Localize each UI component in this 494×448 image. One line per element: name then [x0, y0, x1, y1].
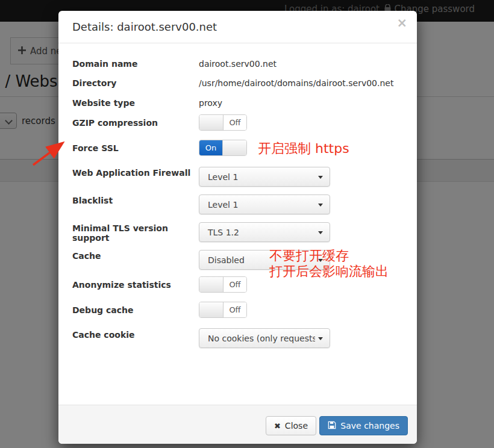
field-label-gzip: GZIP compression [72, 118, 198, 128]
toggle-knob [199, 277, 224, 292]
toggle-knob [199, 302, 224, 317]
debug-cache-toggle[interactable]: Off [199, 302, 247, 318]
field-label-debug-cache: Debug cache [72, 305, 198, 315]
save-changes-button[interactable]: Save changes [319, 416, 408, 435]
annotation-force-ssl: 开启强制 https [258, 141, 349, 157]
x-icon: ✖ [274, 422, 281, 431]
toggle-state-label: Off [224, 115, 246, 130]
gzip-toggle[interactable]: Off [199, 114, 247, 131]
screen: Logged in as: dairoot Change password Ad… [0, 0, 494, 448]
close-button[interactable]: ✖ Close [266, 416, 316, 435]
close-button-label: Close [285, 421, 308, 431]
red-arrow-annotation [24, 136, 71, 170]
annotation-cache-line1: 不要打开缓存 [269, 248, 389, 264]
toggle-knob [199, 115, 224, 130]
anonymize-toggle[interactable]: Off [199, 276, 247, 293]
caret-down-icon [318, 204, 323, 207]
toggle-knob [222, 140, 246, 155]
field-label-anonymize: Anonymize statistics [72, 280, 198, 290]
annotation-cache: 不要打开缓存 打开后会影响流输出 [269, 248, 389, 279]
field-label-website-type: Website type [72, 98, 198, 108]
toggle-state-label: On [199, 140, 222, 155]
field-value-directory: /usr/home/dairoot/domains/dairoot.serv00… [199, 78, 393, 88]
toggle-state-label: Off [224, 302, 246, 317]
caret-down-icon [318, 231, 323, 234]
waf-select-value: Level 1 [208, 172, 238, 182]
waf-select[interactable]: Level 1 [199, 167, 330, 187]
field-label-waf: Web Application Firewall [72, 168, 198, 178]
cache-cookie-select-value: No cookies (only requests w [208, 334, 315, 343]
caret-down-icon [318, 176, 323, 179]
modal-body: Domain name dairoot.serv00.net Directory… [58, 11, 417, 405]
cache-select-value: Disabled [208, 255, 245, 265]
field-label-blacklist: Blacklist [72, 196, 198, 205]
floppy-disk-icon [328, 421, 336, 431]
blacklist-select[interactable]: Level 1 [199, 194, 330, 214]
force-ssl-toggle[interactable]: On [199, 140, 247, 156]
toggle-state-label: Off [224, 277, 246, 292]
modal-footer: ✖ Close Save changes [58, 405, 417, 444]
field-label-cache: Cache [72, 251, 198, 261]
tls-select-value: TLS 1.2 [208, 228, 239, 237]
field-label-cache-cookie: Cache cookie [72, 330, 198, 340]
field-label-directory: Directory [72, 78, 198, 88]
details-modal: Details: dairoot.serv00.net × Domain nam… [58, 11, 417, 444]
caret-down-icon [318, 337, 323, 340]
field-value-domain-name: dairoot.serv00.net [199, 59, 277, 69]
cache-cookie-select[interactable]: No cookies (only requests w [199, 328, 330, 348]
tls-select[interactable]: TLS 1.2 [199, 222, 330, 242]
save-button-label: Save changes [340, 421, 399, 431]
annotation-cache-line2: 打开后会影响流输出 [269, 264, 389, 279]
field-label-tls: Minimal TLS version support [72, 223, 198, 243]
field-value-website-type: proxy [199, 98, 222, 108]
blacklist-select-value: Level 1 [208, 200, 238, 210]
field-label-domain-name: Domain name [72, 59, 198, 69]
field-label-force-ssl: Force SSL [72, 143, 198, 153]
